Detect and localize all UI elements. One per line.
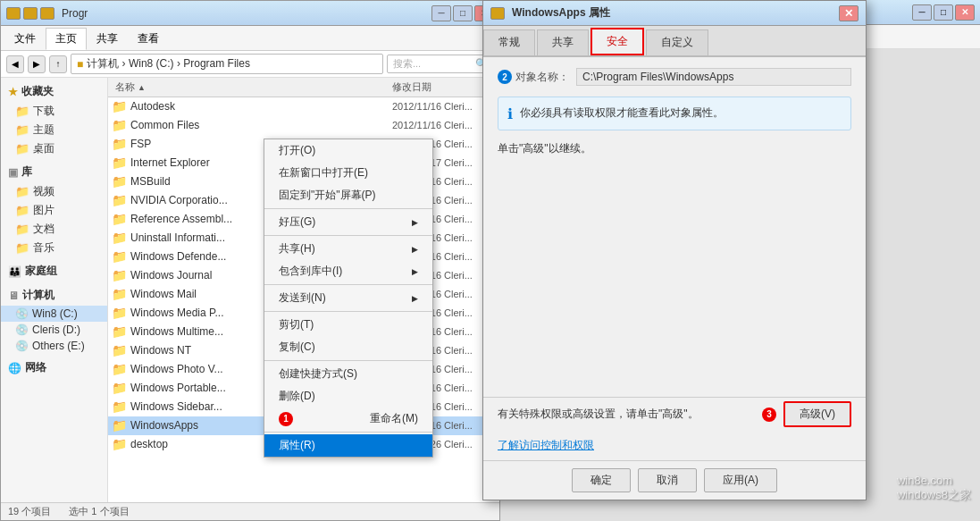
ribbon-tab-view[interactable]: 查看: [128, 28, 169, 50]
ribbon-tab-share[interactable]: 共享: [87, 28, 128, 50]
dialog-body: 2 对象名称： C:\Program Files\WindowsApps ℹ 你…: [483, 57, 866, 397]
sidebar-item-video[interactable]: 📁 视频: [1, 182, 107, 201]
context-sendto[interactable]: 发送到(N) ▶: [264, 287, 432, 309]
sidebar-library-header: ▣ 库: [1, 162, 107, 182]
sidebar-item-desktop[interactable]: 📁 桌面: [1, 139, 107, 158]
forward-btn[interactable]: ▶: [28, 55, 46, 73]
up-btn[interactable]: ↑: [49, 55, 67, 73]
separator-1: [264, 208, 432, 209]
title-icon-3[interactable]: [40, 7, 54, 20]
dialog-footer: 确定 取消 应用(A): [483, 460, 866, 500]
folder-icon: 📁: [112, 362, 127, 376]
drive-icon: 💿: [15, 324, 29, 336]
context-delete[interactable]: 删除(D): [264, 385, 432, 408]
sidebar-homegroup: 👪 家庭组: [1, 261, 107, 282]
dialog-tab-security[interactable]: 安全: [591, 28, 644, 55]
sidebar-item-win8c[interactable]: 💿 Win8 (C:): [1, 306, 107, 322]
sidebar-computer: 🖥 计算机 💿 Win8 (C:) 💿 Cleris (D:) 💿 Others…: [1, 285, 107, 354]
sidebar-item-otherse[interactable]: 💿 Others (E:): [1, 338, 107, 354]
context-pin-start[interactable]: 固定到"开始"屏幕(P): [264, 184, 432, 206]
sidebar-item-clerisd[interactable]: 💿 Cleris (D:): [1, 322, 107, 338]
file-row-common-files[interactable]: 📁Common Files 2012/11/16 Cleri...: [108, 116, 499, 135]
folder-icon: 📁: [15, 204, 29, 217]
col-name-header[interactable]: 名称 ▲: [108, 80, 392, 94]
arrow-icon: ▶: [412, 294, 418, 303]
folder-icon: 📁: [112, 137, 127, 151]
separator-6: [264, 432, 432, 433]
folder-icon: 📁: [15, 223, 29, 236]
explorer-title-text: Progr: [62, 7, 431, 20]
folder-icon: 📁: [15, 185, 29, 198]
learn-link[interactable]: 了解访问控制和权限: [498, 439, 594, 451]
watermark: win8e.com windows8之家: [897, 474, 971, 503]
context-cut[interactable]: 剪切(T): [264, 314, 432, 336]
context-copy[interactable]: 复制(C): [264, 336, 432, 358]
context-include-library[interactable]: 包含到库中(I) ▶: [264, 260, 432, 282]
title-icon-2[interactable]: [23, 7, 38, 20]
ok-btn[interactable]: 确定: [572, 468, 631, 492]
advanced-btn[interactable]: 高级(V): [783, 401, 851, 427]
apply-btn[interactable]: 应用(A): [704, 468, 777, 492]
dialog-tab-general[interactable]: 常规: [483, 29, 535, 55]
context-properties[interactable]: 属性(R): [264, 434, 432, 457]
bg-maximize-btn[interactable]: □: [934, 4, 953, 21]
object-name-label: 对象名称：: [515, 70, 569, 85]
ribbon-tab-home[interactable]: 主页: [46, 28, 87, 50]
context-open[interactable]: 打开(O): [264, 139, 432, 162]
advanced-section: 有关特殊权限或高级设置，请单击"高级"。 3 高级(V): [483, 397, 866, 434]
explorer-title-bar: Progr ─ □ ✕: [1, 1, 499, 26]
file-row-autodesk[interactable]: 📁Autodesk 2012/11/16 Cleri...: [108, 97, 499, 116]
ribbon: 文件 主页 共享 查看: [1, 26, 499, 51]
drive-icon: 💿: [15, 340, 29, 352]
folder-icon: 📁: [112, 268, 127, 282]
ribbon-tab-file[interactable]: 文件: [4, 28, 46, 50]
folder-icon: 📁: [112, 174, 127, 189]
sidebar-item-theme[interactable]: 📁 主题: [1, 121, 107, 139]
sidebar-item-download[interactable]: 📁 下载: [1, 102, 107, 121]
back-btn[interactable]: ◀: [6, 55, 24, 73]
context-share[interactable]: 共享(H) ▶: [264, 238, 432, 260]
dialog-tab-custom[interactable]: 自定义: [646, 29, 708, 55]
dialog-title-icon: [490, 7, 505, 20]
folder-icon: 📁: [112, 193, 127, 207]
folder-icon: 📁: [112, 287, 127, 301]
drive-icon: 💿: [15, 307, 29, 320]
folder-icon: 📁: [112, 418, 127, 433]
sidebar-item-pictures[interactable]: 📁 图片: [1, 201, 107, 220]
folder-icon: 📁: [112, 324, 127, 339]
search-box[interactable]: 搜索... 🔍: [387, 55, 494, 73]
folder-icon: 📁: [112, 249, 127, 264]
sidebar-favorites: ★ 收藏夹 📁 下载 📁 主题 📁 桌面: [1, 81, 107, 158]
context-rename[interactable]: 1重命名(M): [264, 408, 432, 430]
arrow-icon: ▶: [412, 267, 418, 276]
bg-minimize-btn[interactable]: ─: [912, 4, 932, 21]
dialog-title-bar: WindowsApps 属性 ✕: [483, 1, 866, 26]
maximize-btn[interactable]: □: [453, 5, 473, 21]
sidebar-item-music[interactable]: 📁 音乐: [1, 239, 107, 257]
folder-icon: 📁: [112, 306, 127, 320]
title-icon-1[interactable]: [6, 7, 21, 20]
sidebar-library: ▣ 库 📁 视频 📁 图片 📁 文档 📁 音乐: [1, 162, 107, 257]
folder-icon: 📁: [112, 231, 127, 245]
network-icon: 🌐: [8, 362, 21, 374]
title-bar-icons: [6, 7, 54, 20]
separator-3: [264, 284, 432, 285]
minimize-btn[interactable]: ─: [431, 5, 451, 21]
bg-close-btn[interactable]: ✕: [955, 4, 975, 21]
continue-text: 单击"高级"以继续。: [498, 141, 851, 156]
sidebar-item-documents[interactable]: 📁 文档: [1, 220, 107, 239]
ribbon-tabs: 文件 主页 共享 查看: [1, 26, 499, 50]
sidebar-homegroup-header: 👪 家庭组: [1, 261, 107, 282]
watermark-line1: win8e.com: [897, 474, 971, 487]
context-haozip[interactable]: 好压(G) ▶: [264, 211, 432, 233]
breadcrumb[interactable]: ■ 计算机 › Win8 (C:) › Program Files: [71, 54, 383, 74]
context-open-new-window[interactable]: 在新窗口中打开(E): [264, 162, 432, 184]
dialog-title-text: WindowsApps 属性: [512, 5, 839, 21]
context-create-shortcut[interactable]: 创建快捷方式(S): [264, 363, 432, 385]
dialog-close-btn[interactable]: ✕: [839, 5, 859, 21]
sort-arrow: ▲: [138, 83, 146, 92]
sidebar: ★ 收藏夹 📁 下载 📁 主题 📁 桌面 ▣: [1, 78, 108, 502]
cancel-btn[interactable]: 取消: [638, 468, 697, 492]
dialog-tab-share[interactable]: 共享: [537, 29, 589, 55]
arrow-icon: ▶: [412, 218, 418, 227]
